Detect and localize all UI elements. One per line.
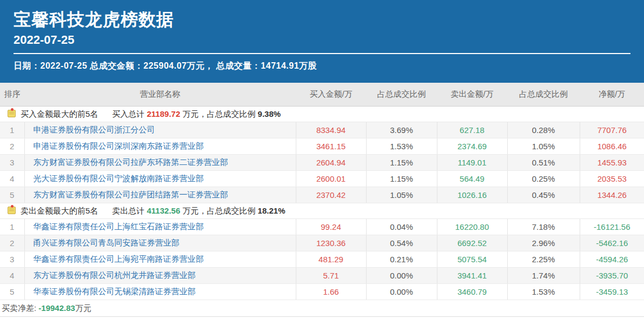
cell-sell-amount: 627.18: [437, 122, 507, 138]
cell-sell-amount: 1026.16: [437, 187, 507, 203]
buy-row-1: 1申港证券股份有限公司浙江分公司8334.943.69%627.180.28%7…: [0, 122, 644, 138]
cell-buy-amount: 1230.36: [296, 235, 366, 251]
cell-net-amount: 7707.76: [580, 122, 644, 138]
section-total-buy: 21189.72: [147, 109, 181, 118]
section-total-sell: 41132.56: [147, 206, 181, 215]
cell-rank: 2: [0, 138, 24, 155]
cell-rank: 3: [0, 155, 24, 171]
cell-net-amount: 2035.53: [580, 171, 644, 187]
cell-rank: 1: [0, 219, 24, 235]
broker-name-link[interactable]: 华鑫证券有限责任公司上海红宝石路证券营业部: [24, 219, 296, 235]
col-header-net: 净额/万: [580, 83, 644, 107]
broker-name-link[interactable]: 光大证券股份有限公司宁波解放南路证券营业部: [24, 171, 296, 187]
cell-sell-amount: 6692.52: [437, 235, 507, 251]
cell-buy-pct: 0.04%: [366, 219, 437, 235]
cell-buy-pct: 1.53%: [366, 138, 437, 155]
broker-name-link[interactable]: 东方证券股份有限公司杭州龙井路证券营业部: [24, 268, 296, 284]
cell-sell-pct: 1.74%: [507, 268, 580, 284]
cell-sell-amount: 1149.01: [437, 155, 507, 171]
page-title: 宝馨科技龙虎榜数据: [0, 0, 644, 30]
net-diff-label: 买卖净差:: [2, 303, 38, 313]
cell-rank: 1: [0, 122, 24, 138]
cell-buy-amount: 2600.01: [296, 171, 366, 187]
broker-name-link[interactable]: 申港证券股份有限公司深圳深南东路证券营业部: [24, 138, 296, 155]
sell-row-1: 1华鑫证券有限责任公司上海红宝石路证券营业部99.240.04%16220.80…: [0, 219, 644, 235]
col-header-sell-pct: 占总成交比例: [507, 83, 580, 107]
broker-name-link[interactable]: 华鑫证券有限责任公司上海宛平南路证券营业部: [24, 251, 296, 268]
cell-sell-pct: 0.51%: [507, 155, 580, 171]
cell-net-amount: 1455.93: [580, 155, 644, 171]
cell-buy-amount: 2604.94: [296, 155, 366, 171]
cell-sell-amount: 16220.80: [437, 219, 507, 235]
col-header-broker: 营业部名称: [24, 83, 296, 107]
buy-row-3: 3东方财富证券股份有限公司拉萨东环路第二证券营业部2604.941.15%114…: [0, 155, 644, 171]
col-header-buy: 买入金额/万: [296, 83, 366, 107]
cell-buy-pct: 0.21%: [366, 251, 437, 268]
net-diff-unit: 万元: [75, 303, 91, 313]
section-ratio-sell: 18.21%: [258, 206, 286, 215]
section-summary-mid: 万元，占总成交比例: [180, 109, 257, 118]
col-header-sell: 卖出金额/万: [437, 83, 507, 107]
broker-name-link[interactable]: 东方财富证券股份有限公司拉萨东环路第二证券营业部: [24, 155, 296, 171]
lhb-table: 排序 营业部名称 买入金额/万 占总成交比例 卖出金额/万 占总成交比例 净额/…: [0, 83, 644, 300]
note-icon: [8, 110, 16, 117]
sell-row-3: 3华鑫证券有限责任公司上海宛平南路证券营业部481.290.21%5075.54…: [0, 251, 644, 268]
buy-row-4: 4光大证券股份有限公司宁波解放南路证券营业部2600.011.15%564.49…: [0, 171, 644, 187]
buy-row-5: 5东方财富证券股份有限公司拉萨团结路第一证券营业部2370.421.05%102…: [0, 187, 644, 203]
masthead: 宝馨科技龙虎榜数据 2022-07-25 日期：2022-07-25 总成交金额…: [0, 0, 644, 83]
cell-net-amount: -3935.70: [580, 268, 644, 284]
section-summary-prefix: 卖出总计: [112, 206, 147, 215]
cell-buy-pct: 1.15%: [366, 155, 437, 171]
broker-name-link[interactable]: 甬兴证券有限公司青岛同安路证券营业部: [24, 235, 296, 251]
cell-buy-pct: 3.69%: [366, 122, 437, 138]
cell-rank: 5: [0, 187, 24, 203]
cell-rank: 5: [0, 284, 24, 300]
section-header-buy: 买入金额最大的前5名买入总计 21189.72 万元，占总成交比例 9.38%: [0, 107, 644, 122]
sell-row-2: 2甬兴证券有限公司青岛同安路证券营业部1230.360.54%6692.522.…: [0, 235, 644, 251]
note-icon: [8, 207, 16, 214]
cell-net-amount: 1086.46: [580, 138, 644, 155]
col-header-rank: 排序: [0, 83, 24, 107]
cell-sell-amount: 3941.41: [437, 268, 507, 284]
cell-buy-amount: 3461.15: [296, 138, 366, 155]
cell-net-amount: 1344.26: [580, 187, 644, 203]
cell-sell-amount: 564.49: [437, 171, 507, 187]
section-header-sell: 卖出金额最大的前5名卖出总计 41132.56 万元，占总成交比例 18.21%: [0, 203, 644, 219]
section-ratio-buy: 9.38%: [258, 109, 281, 118]
cell-sell-pct: 0.28%: [507, 122, 580, 138]
cell-net-amount: -5462.16: [580, 235, 644, 251]
cell-buy-pct: 1.05%: [366, 187, 437, 203]
broker-name-link[interactable]: 申港证券股份有限公司浙江分公司: [24, 122, 296, 138]
net-diff-value: -19942.83: [38, 303, 75, 313]
broker-name-link[interactable]: 华泰证券股份有限公司无锡梁清路证券营业部: [24, 284, 296, 300]
cell-rank: 3: [0, 251, 24, 268]
cell-sell-pct: 1.53%: [507, 284, 580, 300]
cell-buy-pct: 0.00%: [366, 268, 437, 284]
cell-net-amount: -16121.56: [580, 219, 644, 235]
table-header-row: 排序 营业部名称 买入金额/万 占总成交比例 卖出金额/万 占总成交比例 净额/…: [0, 83, 644, 107]
cell-sell-amount: 5075.54: [437, 251, 507, 268]
cell-sell-amount: 2374.69: [437, 138, 507, 155]
cell-buy-amount: 2370.42: [296, 187, 366, 203]
cell-buy-pct: 0.54%: [366, 235, 437, 251]
cell-sell-pct: 0.25%: [507, 171, 580, 187]
section-summary-prefix: 买入总计: [112, 109, 147, 118]
net-difference-footer: 买卖净差: -19942.83万元: [0, 300, 644, 317]
sell-row-5: 5华泰证券股份有限公司无锡梁清路证券营业部1.660.00%3460.791.5…: [0, 284, 644, 300]
cell-rank: 2: [0, 235, 24, 251]
section-title-sell: 卖出金额最大的前5名: [21, 206, 98, 215]
page-date: 2022-07-25: [0, 30, 644, 48]
buy-row-2: 2申港证券股份有限公司深圳深南东路证券营业部3461.151.53%2374.6…: [0, 138, 644, 155]
cell-buy-pct: 0.00%: [366, 284, 437, 300]
cell-buy-amount: 481.29: [296, 251, 366, 268]
summary-info-bar: 日期：2022-07-25 总成交金额：225904.07万元， 总成交量：14…: [0, 54, 644, 71]
cell-rank: 4: [0, 171, 24, 187]
cell-rank: 4: [0, 268, 24, 284]
lhb-page: 宝馨科技龙虎榜数据 2022-07-25 日期：2022-07-25 总成交金额…: [0, 0, 644, 325]
cell-buy-amount: 99.24: [296, 219, 366, 235]
cell-net-amount: -4594.26: [580, 251, 644, 268]
cell-sell-pct: 1.05%: [507, 138, 580, 155]
col-header-buy-pct: 占总成交比例: [366, 83, 437, 107]
broker-name-link[interactable]: 东方财富证券股份有限公司拉萨团结路第一证券营业部: [24, 187, 296, 203]
cell-sell-pct: 0.45%: [507, 187, 580, 203]
